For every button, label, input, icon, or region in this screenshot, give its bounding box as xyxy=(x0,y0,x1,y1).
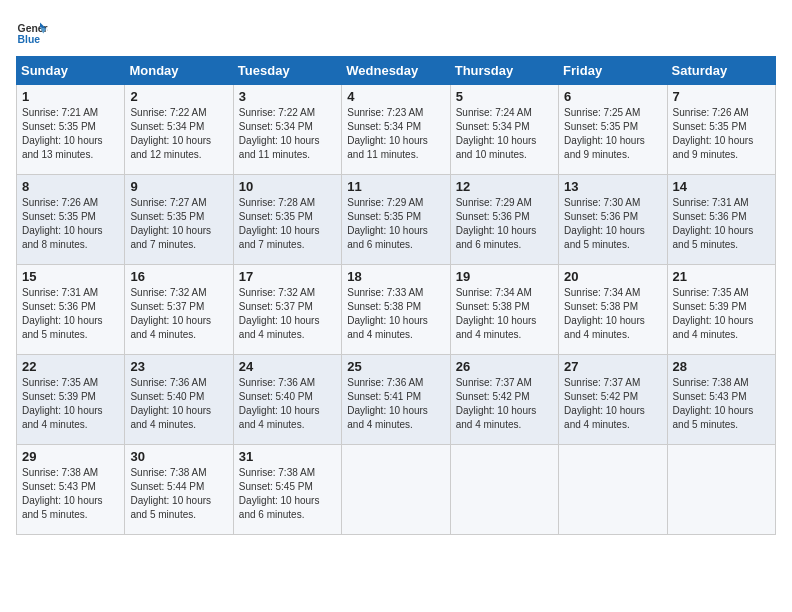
day-cell-19: 19Sunrise: 7:34 AMSunset: 5:38 PMDayligh… xyxy=(450,265,558,355)
day-cell-29: 29Sunrise: 7:38 AMSunset: 5:43 PMDayligh… xyxy=(17,445,125,535)
day-number: 19 xyxy=(456,269,553,284)
column-header-tuesday: Tuesday xyxy=(233,57,341,85)
header-row: SundayMondayTuesdayWednesdayThursdayFrid… xyxy=(17,57,776,85)
column-header-monday: Monday xyxy=(125,57,233,85)
column-header-wednesday: Wednesday xyxy=(342,57,450,85)
day-number: 7 xyxy=(673,89,770,104)
week-row-1: 1Sunrise: 7:21 AMSunset: 5:35 PMDaylight… xyxy=(17,85,776,175)
day-number: 29 xyxy=(22,449,119,464)
cell-text: Sunrise: 7:29 AMSunset: 5:36 PMDaylight:… xyxy=(456,196,553,252)
cell-text: Sunrise: 7:34 AMSunset: 5:38 PMDaylight:… xyxy=(456,286,553,342)
day-cell-21: 21Sunrise: 7:35 AMSunset: 5:39 PMDayligh… xyxy=(667,265,775,355)
logo: General Blue xyxy=(16,16,48,48)
svg-text:Blue: Blue xyxy=(18,34,41,45)
week-row-2: 8Sunrise: 7:26 AMSunset: 5:35 PMDaylight… xyxy=(17,175,776,265)
day-number: 20 xyxy=(564,269,661,284)
day-cell-31: 31Sunrise: 7:38 AMSunset: 5:45 PMDayligh… xyxy=(233,445,341,535)
column-header-friday: Friday xyxy=(559,57,667,85)
day-cell-1: 1Sunrise: 7:21 AMSunset: 5:35 PMDaylight… xyxy=(17,85,125,175)
calendar-table: SundayMondayTuesdayWednesdayThursdayFrid… xyxy=(16,56,776,535)
day-cell-22: 22Sunrise: 7:35 AMSunset: 5:39 PMDayligh… xyxy=(17,355,125,445)
day-cell-18: 18Sunrise: 7:33 AMSunset: 5:38 PMDayligh… xyxy=(342,265,450,355)
cell-text: Sunrise: 7:23 AMSunset: 5:34 PMDaylight:… xyxy=(347,106,444,162)
day-number: 17 xyxy=(239,269,336,284)
day-cell-8: 8Sunrise: 7:26 AMSunset: 5:35 PMDaylight… xyxy=(17,175,125,265)
day-cell-26: 26Sunrise: 7:37 AMSunset: 5:42 PMDayligh… xyxy=(450,355,558,445)
day-cell-13: 13Sunrise: 7:30 AMSunset: 5:36 PMDayligh… xyxy=(559,175,667,265)
day-number: 5 xyxy=(456,89,553,104)
day-cell-2: 2Sunrise: 7:22 AMSunset: 5:34 PMDaylight… xyxy=(125,85,233,175)
cell-text: Sunrise: 7:31 AMSunset: 5:36 PMDaylight:… xyxy=(22,286,119,342)
day-cell-17: 17Sunrise: 7:32 AMSunset: 5:37 PMDayligh… xyxy=(233,265,341,355)
day-cell-6: 6Sunrise: 7:25 AMSunset: 5:35 PMDaylight… xyxy=(559,85,667,175)
day-cell-23: 23Sunrise: 7:36 AMSunset: 5:40 PMDayligh… xyxy=(125,355,233,445)
day-number: 23 xyxy=(130,359,227,374)
cell-text: Sunrise: 7:31 AMSunset: 5:36 PMDaylight:… xyxy=(673,196,770,252)
cell-text: Sunrise: 7:38 AMSunset: 5:43 PMDaylight:… xyxy=(673,376,770,432)
day-cell-25: 25Sunrise: 7:36 AMSunset: 5:41 PMDayligh… xyxy=(342,355,450,445)
day-cell-15: 15Sunrise: 7:31 AMSunset: 5:36 PMDayligh… xyxy=(17,265,125,355)
day-number: 16 xyxy=(130,269,227,284)
day-number: 1 xyxy=(22,89,119,104)
day-number: 12 xyxy=(456,179,553,194)
cell-text: Sunrise: 7:32 AMSunset: 5:37 PMDaylight:… xyxy=(130,286,227,342)
cell-text: Sunrise: 7:22 AMSunset: 5:34 PMDaylight:… xyxy=(130,106,227,162)
day-number: 28 xyxy=(673,359,770,374)
day-number: 9 xyxy=(130,179,227,194)
day-cell-24: 24Sunrise: 7:36 AMSunset: 5:40 PMDayligh… xyxy=(233,355,341,445)
day-cell-28: 28Sunrise: 7:38 AMSunset: 5:43 PMDayligh… xyxy=(667,355,775,445)
cell-text: Sunrise: 7:38 AMSunset: 5:43 PMDaylight:… xyxy=(22,466,119,522)
day-number: 10 xyxy=(239,179,336,194)
cell-text: Sunrise: 7:26 AMSunset: 5:35 PMDaylight:… xyxy=(22,196,119,252)
day-number: 26 xyxy=(456,359,553,374)
cell-text: Sunrise: 7:36 AMSunset: 5:40 PMDaylight:… xyxy=(239,376,336,432)
column-header-thursday: Thursday xyxy=(450,57,558,85)
cell-text: Sunrise: 7:24 AMSunset: 5:34 PMDaylight:… xyxy=(456,106,553,162)
day-cell-12: 12Sunrise: 7:29 AMSunset: 5:36 PMDayligh… xyxy=(450,175,558,265)
column-header-sunday: Sunday xyxy=(17,57,125,85)
day-cell-3: 3Sunrise: 7:22 AMSunset: 5:34 PMDaylight… xyxy=(233,85,341,175)
cell-text: Sunrise: 7:37 AMSunset: 5:42 PMDaylight:… xyxy=(564,376,661,432)
week-row-5: 29Sunrise: 7:38 AMSunset: 5:43 PMDayligh… xyxy=(17,445,776,535)
day-number: 18 xyxy=(347,269,444,284)
day-number: 27 xyxy=(564,359,661,374)
day-number: 31 xyxy=(239,449,336,464)
week-row-4: 22Sunrise: 7:35 AMSunset: 5:39 PMDayligh… xyxy=(17,355,776,445)
day-number: 25 xyxy=(347,359,444,374)
day-cell-4: 4Sunrise: 7:23 AMSunset: 5:34 PMDaylight… xyxy=(342,85,450,175)
logo-icon: General Blue xyxy=(16,16,48,48)
day-number: 11 xyxy=(347,179,444,194)
day-number: 13 xyxy=(564,179,661,194)
empty-cell xyxy=(667,445,775,535)
day-number: 3 xyxy=(239,89,336,104)
cell-text: Sunrise: 7:33 AMSunset: 5:38 PMDaylight:… xyxy=(347,286,444,342)
cell-text: Sunrise: 7:29 AMSunset: 5:35 PMDaylight:… xyxy=(347,196,444,252)
cell-text: Sunrise: 7:36 AMSunset: 5:40 PMDaylight:… xyxy=(130,376,227,432)
empty-cell xyxy=(450,445,558,535)
day-number: 4 xyxy=(347,89,444,104)
cell-text: Sunrise: 7:30 AMSunset: 5:36 PMDaylight:… xyxy=(564,196,661,252)
day-cell-7: 7Sunrise: 7:26 AMSunset: 5:35 PMDaylight… xyxy=(667,85,775,175)
empty-cell xyxy=(342,445,450,535)
header: General Blue xyxy=(16,16,776,48)
week-row-3: 15Sunrise: 7:31 AMSunset: 5:36 PMDayligh… xyxy=(17,265,776,355)
day-number: 21 xyxy=(673,269,770,284)
cell-text: Sunrise: 7:35 AMSunset: 5:39 PMDaylight:… xyxy=(673,286,770,342)
day-cell-9: 9Sunrise: 7:27 AMSunset: 5:35 PMDaylight… xyxy=(125,175,233,265)
day-cell-5: 5Sunrise: 7:24 AMSunset: 5:34 PMDaylight… xyxy=(450,85,558,175)
empty-cell xyxy=(559,445,667,535)
day-number: 2 xyxy=(130,89,227,104)
day-number: 24 xyxy=(239,359,336,374)
day-cell-16: 16Sunrise: 7:32 AMSunset: 5:37 PMDayligh… xyxy=(125,265,233,355)
day-cell-14: 14Sunrise: 7:31 AMSunset: 5:36 PMDayligh… xyxy=(667,175,775,265)
cell-text: Sunrise: 7:21 AMSunset: 5:35 PMDaylight:… xyxy=(22,106,119,162)
cell-text: Sunrise: 7:22 AMSunset: 5:34 PMDaylight:… xyxy=(239,106,336,162)
day-cell-10: 10Sunrise: 7:28 AMSunset: 5:35 PMDayligh… xyxy=(233,175,341,265)
cell-text: Sunrise: 7:28 AMSunset: 5:35 PMDaylight:… xyxy=(239,196,336,252)
column-header-saturday: Saturday xyxy=(667,57,775,85)
cell-text: Sunrise: 7:35 AMSunset: 5:39 PMDaylight:… xyxy=(22,376,119,432)
cell-text: Sunrise: 7:32 AMSunset: 5:37 PMDaylight:… xyxy=(239,286,336,342)
cell-text: Sunrise: 7:34 AMSunset: 5:38 PMDaylight:… xyxy=(564,286,661,342)
cell-text: Sunrise: 7:37 AMSunset: 5:42 PMDaylight:… xyxy=(456,376,553,432)
day-number: 15 xyxy=(22,269,119,284)
